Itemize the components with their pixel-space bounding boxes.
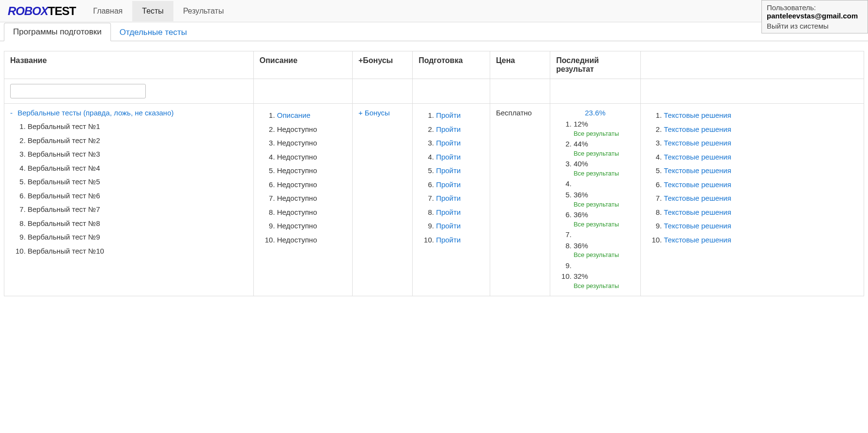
test-item: Вербальный тест №7 [28, 203, 248, 217]
name-filter-input[interactable] [10, 84, 146, 98]
take-test-link[interactable]: Пройти [436, 208, 461, 216]
header-solutions [640, 51, 864, 79]
tests-list: Вербальный тест №1Вербальный тест №2Верб… [10, 120, 248, 258]
all-results-link[interactable]: Все результаты [574, 130, 634, 138]
nav-item-1[interactable]: Тесты [132, 1, 173, 21]
text-solution-link[interactable]: Текстовые решения [664, 166, 731, 175]
result-item: 40%Все результаты [574, 159, 634, 178]
header-description: Описание [253, 51, 352, 79]
description-item: Недоступно [277, 150, 346, 164]
table-row: - Вербальные тесты (правда, ложь, не ска… [4, 104, 864, 296]
text-solution-link[interactable]: Текстовые решения [664, 222, 731, 230]
nav-item-2[interactable]: Результаты [173, 1, 233, 21]
header-bonuses: +Бонусы [352, 51, 412, 79]
result-value: 12% [574, 120, 588, 128]
preparation-item: Пройти [436, 136, 484, 150]
logout-link[interactable]: Выйти из системы [767, 22, 863, 30]
solution-item: Текстовые решения [664, 109, 858, 123]
description-unavailable: Недоступно [277, 180, 317, 189]
nav-item-0[interactable]: Главная [83, 1, 132, 21]
user-box: Пользователь: panteleevstas@gmail.com Вы… [761, 0, 868, 33]
solution-item: Текстовые решения [664, 178, 858, 192]
text-solution-link[interactable]: Текстовые решения [664, 194, 731, 202]
result-item [574, 178, 634, 190]
result-aggregate[interactable]: 23.6% [556, 109, 634, 117]
result-item: 36%Все результаты [574, 209, 634, 229]
description-unavailable: Недоступно [277, 236, 317, 244]
header-name[interactable]: Название [4, 51, 254, 79]
preparation-item: Пройти [436, 206, 484, 220]
description-item: Недоступно [277, 206, 346, 220]
take-test-link[interactable]: Пройти [436, 125, 461, 133]
text-solution-link[interactable]: Текстовые решения [664, 180, 731, 189]
take-test-link[interactable]: Пройти [436, 139, 461, 147]
result-item: 12%Все результаты [574, 119, 634, 139]
take-test-link[interactable]: Пройти [436, 180, 461, 189]
all-results-link[interactable]: Все результаты [574, 221, 634, 228]
description-unavailable: Недоступно [277, 194, 317, 202]
text-solution-link[interactable]: Текстовые решения [664, 208, 731, 216]
subtab-1[interactable]: Отдельные тесты [111, 24, 196, 41]
description-unavailable: Недоступно [277, 153, 317, 161]
bonuses-link[interactable]: + Бонусы [358, 109, 390, 117]
preparation-item: Пройти [436, 150, 484, 164]
solution-item: Текстовые решения [664, 123, 858, 137]
top-nav: ROBOXTEST ГлавнаяТестыРезультаты [0, 0, 868, 22]
result-item: 36%Все результаты [574, 241, 634, 260]
text-solution-link[interactable]: Текстовые решения [664, 125, 731, 133]
take-test-link[interactable]: Пройти [436, 153, 461, 161]
take-test-link[interactable]: Пройти [436, 166, 461, 175]
text-solution-link[interactable]: Текстовые решения [664, 153, 731, 161]
test-item: Вербальный тест №3 [28, 147, 248, 161]
test-item: Вербальный тест №9 [28, 230, 248, 244]
take-test-link[interactable]: Пройти [436, 236, 461, 244]
all-results-link[interactable]: Все результаты [574, 150, 634, 158]
all-results-link[interactable]: Все результаты [574, 201, 634, 208]
take-test-link[interactable]: Пройти [436, 111, 461, 119]
solution-item: Текстовые решения [664, 192, 858, 206]
result-item: 32%Все результаты [574, 271, 634, 291]
text-solution-link[interactable]: Текстовые решения [664, 236, 731, 244]
preparation-item: Пройти [436, 219, 484, 233]
preparation-item: Пройти [436, 164, 484, 178]
preparation-item: Пройти [436, 178, 484, 192]
result-value: 36% [574, 191, 588, 199]
logo-part-2: TEST [48, 4, 76, 17]
description-item: Недоступно [277, 233, 346, 247]
tests-table: Название Описание +Бонусы Подготовка Цен… [4, 51, 864, 296]
result-value: 36% [574, 241, 588, 250]
text-solution-link[interactable]: Текстовые решения [664, 111, 731, 119]
preparation-item: Пройти [436, 109, 484, 123]
results-list: 12%Все результаты44%Все результаты40%Все… [556, 119, 634, 291]
take-test-link[interactable]: Пройти [436, 222, 461, 230]
logo-part-1: ROBOX [8, 4, 48, 17]
header-preparation: Подготовка [413, 51, 490, 79]
description-unavailable: Недоступно [277, 139, 317, 147]
text-solution-link[interactable]: Текстовые решения [664, 139, 731, 147]
all-results-link[interactable]: Все результаты [574, 170, 634, 177]
all-results-link[interactable]: Все результаты [574, 251, 634, 259]
test-item: Вербальный тест №1 [28, 120, 248, 134]
description-link[interactable]: Описание [277, 111, 310, 119]
collapse-toggle[interactable]: - Вербальные тесты (правда, ложь, не ска… [10, 109, 248, 117]
result-item: 44%Все результаты [574, 139, 634, 159]
solution-item: Текстовые решения [664, 206, 858, 220]
result-value: 40% [574, 160, 588, 168]
header-price: Цена [490, 51, 550, 79]
description-unavailable: Недоступно [277, 208, 317, 216]
logo[interactable]: ROBOXTEST [0, 4, 83, 18]
header-last-result: Последний результат [550, 51, 640, 79]
take-test-link[interactable]: Пройти [436, 194, 461, 202]
result-value: 32% [574, 272, 588, 280]
test-item: Вербальный тест №5 [28, 175, 248, 189]
result-value: 44% [574, 140, 588, 148]
user-label: Пользователь: [767, 3, 816, 12]
description-item: Недоступно [277, 123, 346, 137]
result-item: 36%Все результаты [574, 190, 634, 209]
all-results-link[interactable]: Все результаты [574, 282, 634, 290]
collapse-icon: - [10, 109, 13, 117]
subtab-0[interactable]: Программы подготовки [4, 23, 111, 41]
description-unavailable: Недоступно [277, 166, 317, 175]
solution-item: Текстовые решения [664, 233, 858, 247]
description-item: Недоступно [277, 164, 346, 178]
